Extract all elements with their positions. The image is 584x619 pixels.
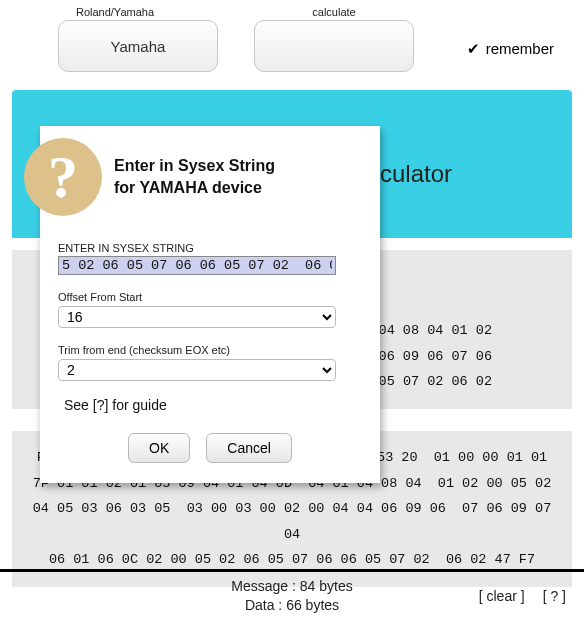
clear-button[interactable]: [ clear ] [479, 588, 525, 604]
brand-select-button[interactable]: Yamaha [58, 20, 218, 72]
help-button[interactable]: [ ? ] [543, 588, 566, 604]
offset-label: Offset From Start [58, 291, 362, 303]
sysex-input[interactable] [58, 256, 336, 275]
dialog-title-line2: for YAMAHA device [114, 177, 275, 199]
trim-label: Trim from end (checksum EOX etc) [58, 344, 362, 356]
sysex-input-label: ENTER IN SYSEX STRING [58, 242, 362, 254]
calculate-label: calculate [312, 6, 355, 18]
question-icon [24, 138, 102, 216]
remember-label: remember [486, 40, 554, 57]
checkmark-icon: ✔ [467, 41, 480, 56]
offset-select[interactable]: 16 [58, 306, 336, 328]
sysex-input-dialog: Enter in Sysex String for YAMAHA device … [40, 126, 380, 483]
dialog-title-line1: Enter in Sysex String [114, 155, 275, 177]
data-bytes: Data : 66 bytes [231, 596, 352, 614]
cancel-button[interactable]: Cancel [206, 433, 292, 463]
guide-hint: See [?] for guide [64, 397, 362, 413]
trim-select[interactable]: 2 [58, 359, 336, 381]
brand-select-label: Roland/Yamaha [76, 6, 154, 18]
message-bytes: Message : 84 bytes [231, 577, 352, 595]
ok-button[interactable]: OK [128, 433, 190, 463]
status-bar: Message : 84 bytes Data : 66 bytes [ cle… [0, 569, 584, 619]
page-title-partial: culator [380, 160, 452, 188]
remember-checkbox[interactable]: ✔ remember [467, 6, 572, 57]
calculate-button[interactable] [254, 20, 414, 72]
